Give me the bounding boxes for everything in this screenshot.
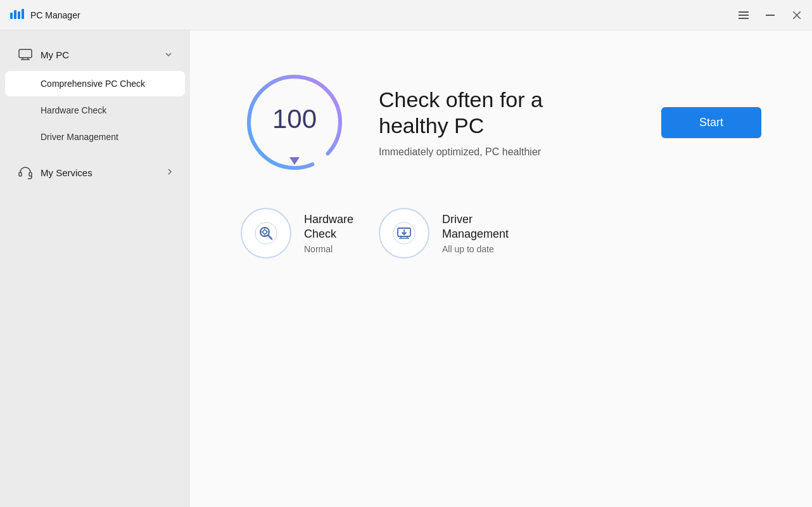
sidebar-item-hardware[interactable]: Hardware Check [5,98,185,123]
svg-rect-2 [18,11,20,19]
svg-rect-6 [739,18,749,19]
my-services-header[interactable]: My Services [5,157,185,188]
hardware-check-card[interactable]: HardwareCheck Normal [241,208,353,259]
sidebar-item-driver[interactable]: Driver Management [5,124,185,150]
my-pc-section: My PC Comprehensive PC Check Hardware Ch… [0,35,190,153]
app-title: PC Manager [30,10,736,20]
score-pointer [289,157,300,165]
svg-rect-3 [22,9,24,19]
svg-rect-14 [19,172,22,176]
hero-title: Check often for ahealthy PC [379,87,631,139]
my-services-chevron [167,168,172,177]
svg-rect-7 [766,15,775,16]
hero-subtitle: Immediately optimized, PC healthier [379,146,631,158]
svg-point-21 [263,230,267,234]
hardware-check-title: HardwareCheck [304,212,353,242]
svg-rect-0 [10,13,13,19]
my-services-section: My Services [0,153,190,191]
svg-rect-15 [29,172,32,176]
my-pc-label: My PC [41,49,165,60]
sidebar: My PC Comprehensive PC Check Hardware Ch… [0,30,190,507]
monitor-icon [18,47,33,62]
driver-management-icon-wrap [379,208,429,259]
close-button[interactable] [789,8,804,23]
svg-rect-4 [739,11,749,13]
driver-management-title: DriverManagement [442,212,509,242]
my-pc-chevron [165,50,172,59]
hero-text: Check often for ahealthy PC Immediately … [379,87,631,158]
svg-rect-1 [14,10,16,19]
minimize-button[interactable] [763,8,778,23]
cards-section: HardwareCheck Normal [241,208,761,259]
content-area: 100 Check often for ahealthy PC Immediat… [190,30,812,507]
svg-rect-5 [739,15,749,16]
headset-icon [18,165,33,180]
score-value: 100 [272,104,317,134]
main-layout: My PC Comprehensive PC Check Hardware Ch… [0,30,812,507]
my-pc-header[interactable]: My PC [5,39,185,70]
svg-rect-10 [19,49,32,58]
driver-management-status: All up to date [442,244,509,254]
hero-section: 100 Check often for ahealthy PC Immediat… [241,68,761,176]
driver-management-info: DriverManagement All up to date [442,212,509,255]
svg-line-20 [268,235,272,239]
hardware-check-icon-wrap [241,208,291,259]
menu-button[interactable] [736,8,751,23]
titlebar: PC Manager [0,0,812,30]
driver-management-icon [393,222,416,245]
window-controls [736,8,804,23]
score-circle: 100 [241,68,348,176]
my-services-label: My Services [41,167,167,178]
start-button[interactable]: Start [661,107,761,138]
hardware-check-icon [255,222,277,245]
hardware-check-info: HardwareCheck Normal [304,212,353,255]
hardware-check-status: Normal [304,244,353,254]
app-logo [8,6,25,24]
sidebar-item-comprehensive[interactable]: Comprehensive PC Check [5,71,185,96]
driver-management-card[interactable]: DriverManagement All up to date [379,208,509,259]
